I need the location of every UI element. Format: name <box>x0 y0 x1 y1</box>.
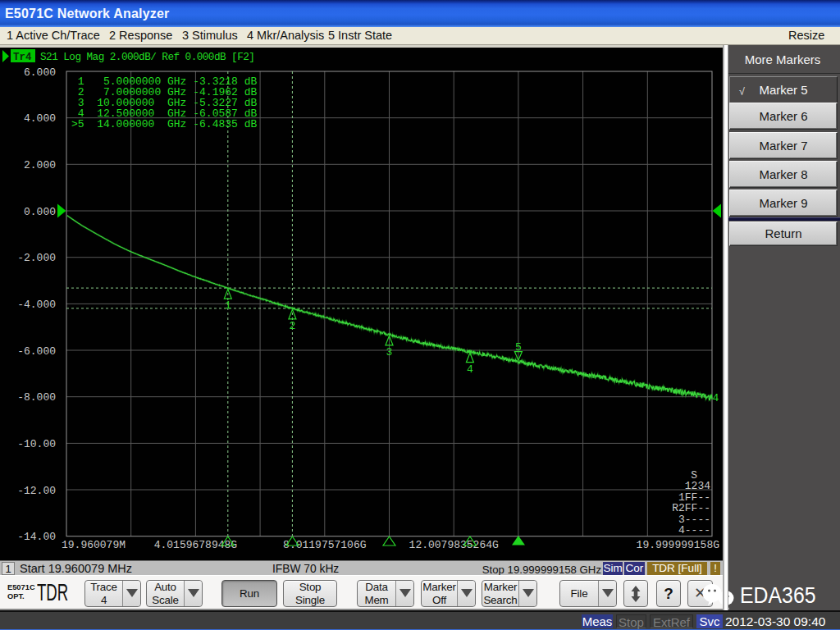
svg-text:-6.000: -6.000 <box>17 345 56 358</box>
svg-text:-14.00: -14.00 <box>17 531 56 543</box>
svg-text:-10.00: -10.00 <box>17 438 56 450</box>
svg-text:-8.000: -8.000 <box>17 391 56 404</box>
svg-text:-2.000: -2.000 <box>17 252 56 264</box>
svg-text:19.999999158G: 19.999999158G <box>637 539 719 551</box>
svg-text:2: 2 <box>289 320 295 332</box>
svg-text:>5 14.000000 GHz -6.4835 dB: >5 14.000000 GHz -6.4835 dB <box>71 118 257 130</box>
svg-text:12.0079835264G: 12.0079835264G <box>409 539 499 551</box>
svg-text:19.960079M: 19.960079M <box>62 539 126 551</box>
svg-text:4----: 4---- <box>678 524 710 536</box>
svg-text:2.000: 2.000 <box>24 159 56 171</box>
svg-text:Tr4: Tr4 <box>13 52 32 63</box>
svg-text:S21 Log Mag 2.000dB/ Ref 0.000: S21 Log Mag 2.000dB/ Ref 0.000dB [F2] <box>40 51 254 63</box>
svg-text:1: 1 <box>225 299 231 312</box>
svg-text:6.000: 6.000 <box>24 66 56 79</box>
svg-text:4: 4 <box>713 392 719 404</box>
svg-text:-12.00: -12.00 <box>17 485 56 497</box>
svg-text:-4.000: -4.000 <box>17 299 56 311</box>
svg-text:3: 3 <box>386 346 393 358</box>
svg-text:0.000: 0.000 <box>24 206 56 218</box>
svg-text:4.000: 4.000 <box>24 112 56 125</box>
svg-text:4: 4 <box>467 363 473 376</box>
